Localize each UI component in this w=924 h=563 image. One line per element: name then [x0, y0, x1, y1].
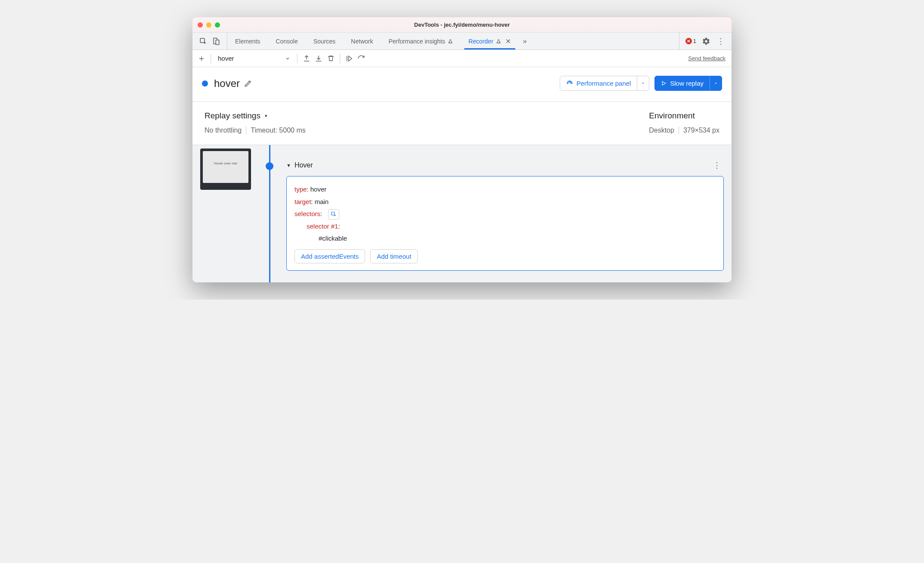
error-count-badge[interactable]: ✕ 1 [685, 38, 696, 44]
close-window-button[interactable] [198, 22, 203, 28]
timeout-label: Timeout: 5000 ms [251, 127, 305, 134]
step-play-icon[interactable] [344, 54, 354, 63]
step-header[interactable]: ▼ Hover ⋮ [286, 161, 724, 170]
tab-elements[interactable]: Elements [227, 33, 268, 49]
add-asserted-events-button[interactable]: Add assertedEvents [295, 249, 365, 263]
panel-tabs: Elements Console Sources Network Perform… [227, 33, 679, 49]
delete-icon[interactable] [326, 54, 335, 63]
recorder-toolbar: ＋ hover Send feedback [192, 50, 732, 67]
export-icon[interactable] [302, 54, 311, 63]
svg-rect-2 [216, 40, 219, 45]
close-tab-icon[interactable]: ✕ [505, 37, 511, 45]
viewport-label: 379×534 px [683, 127, 719, 134]
timeline: Hover over me! ▼ Hover ⋮ type: hover tar… [192, 145, 732, 282]
tabbar-left [192, 33, 227, 49]
replay-settings-block: Replay settings No throttling Timeout: 5… [205, 111, 306, 134]
slow-replay-dropdown[interactable] [710, 76, 722, 90]
new-recording-button[interactable]: ＋ [197, 54, 206, 63]
kebab-menu-icon[interactable]: ⋮ [716, 37, 726, 46]
replay-settings-toggle[interactable]: Replay settings [205, 111, 306, 121]
tab-performance-insights[interactable]: Performance insights [381, 33, 461, 49]
titlebar: DevTools - jec.fyi/demo/menu-hover [192, 17, 732, 33]
chevron-double-right-icon: » [523, 37, 527, 45]
timeline-node[interactable] [266, 162, 273, 170]
send-feedback-link[interactable]: Send feedback [688, 55, 727, 62]
environment-block: Environment Desktop 379×534 px [649, 111, 719, 134]
settings-icon[interactable] [701, 37, 711, 46]
performance-panel-button[interactable]: Performance panel [560, 76, 650, 91]
tab-network[interactable]: Network [343, 33, 381, 49]
step-thumbnail[interactable]: Hover over me! [200, 148, 251, 190]
devtools-window: DevTools - jec.fyi/demo/menu-hover Eleme… [192, 17, 732, 282]
flask-icon [448, 38, 453, 44]
add-timeout-button[interactable]: Add timeout [370, 249, 418, 263]
step-menu-icon[interactable]: ⋮ [713, 161, 724, 170]
tab-sources[interactable]: Sources [306, 33, 343, 49]
tab-console[interactable]: Console [268, 33, 305, 49]
chevron-down-icon [285, 56, 290, 61]
recording-header: hover Performance panel Slow replay [192, 67, 732, 102]
error-icon: ✕ [685, 38, 692, 44]
step-name: Hover [295, 161, 313, 169]
edit-title-icon[interactable] [244, 80, 252, 87]
window-title: DevTools - jec.fyi/demo/menu-hover [192, 22, 732, 28]
tab-bar: Elements Console Sources Network Perform… [192, 33, 732, 50]
caret-down-icon: ▼ [286, 163, 291, 168]
thumbnail-content: Hover over me! [203, 151, 248, 183]
import-icon[interactable] [314, 54, 323, 63]
device-label: Desktop [649, 127, 674, 134]
slow-replay-button[interactable]: Slow replay [654, 76, 722, 91]
caret-right-icon [264, 113, 268, 118]
redo-icon[interactable] [357, 54, 366, 63]
environment-title: Environment [649, 111, 719, 121]
more-tabs-button[interactable]: » [519, 33, 531, 49]
minimize-window-button[interactable] [206, 22, 211, 28]
performance-panel-dropdown[interactable] [637, 76, 649, 90]
device-toggle-icon[interactable] [211, 37, 221, 46]
header-actions: Performance panel Slow replay [560, 76, 722, 91]
gauge-icon [566, 80, 573, 87]
step-detail-panel: type: hover target: main selectors: sele… [286, 176, 724, 271]
step-hover: ▼ Hover ⋮ type: hover target: main selec… [286, 145, 724, 271]
step-actions: Add assertedEvents Add timeout [295, 249, 716, 263]
inspect-icon[interactable] [198, 37, 208, 46]
element-picker-button[interactable] [328, 209, 339, 220]
recording-title: hover [214, 77, 240, 90]
recording-selector[interactable]: hover [215, 55, 293, 62]
tabbar-right: ✕ 1 ⋮ [679, 33, 732, 49]
flask-icon [496, 38, 501, 44]
recording-status-dot [202, 80, 208, 87]
maximize-window-button[interactable] [215, 22, 220, 28]
settings-section: Replay settings No throttling Timeout: 5… [192, 102, 732, 145]
play-icon [661, 80, 667, 86]
traffic-lights [198, 22, 220, 28]
tab-recorder[interactable]: Recorder ✕ [461, 33, 519, 49]
throttling-label: No throttling [205, 127, 242, 134]
